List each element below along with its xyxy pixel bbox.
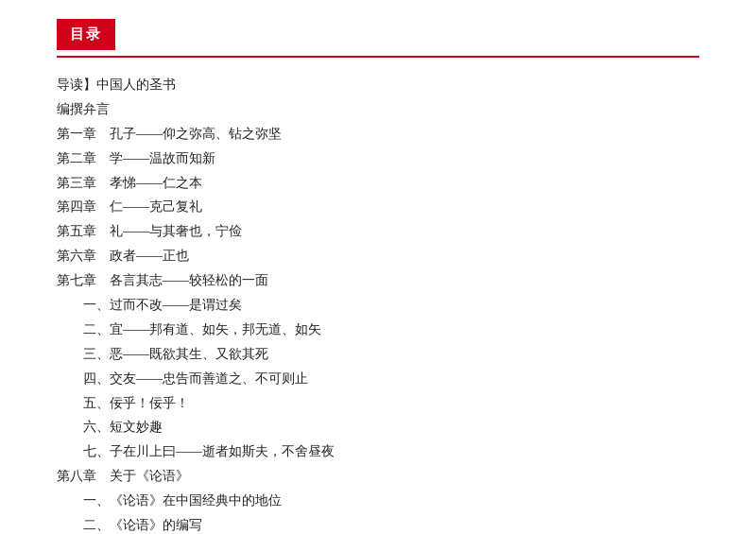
toc-header: 目录 xyxy=(57,19,699,58)
toc-item: 导读】中国人的圣书 xyxy=(57,73,699,97)
toc-item: 第七章 各言其志——较轻松的一面 xyxy=(57,268,699,293)
toc-item: 第六章 政者——正也 xyxy=(57,244,699,268)
toc-item: 五、佞乎！佞乎！ xyxy=(57,391,699,416)
toc-item: 七、子在川上曰——逝者如斯夫，不舍昼夜 xyxy=(57,439,699,464)
toc-title: 目录 xyxy=(57,19,115,50)
toc-item: 第八章 关于《论语》 xyxy=(57,464,699,489)
toc-item: 一、过而不改——是谓过矣 xyxy=(57,293,699,318)
toc-item: 第三章 孝悌——仁之本 xyxy=(57,171,699,196)
toc-item: 第二章 学——温故而知新 xyxy=(57,146,699,171)
toc-item: 第四章 仁——克己复礼 xyxy=(57,195,699,219)
toc-item: 二、宜——邦有道、如矢，邦无道、如矢 xyxy=(57,318,699,342)
page-container: 目录 导读】中国人的圣书编撰弁言第一章 孔子——仰之弥高、钻之弥坚第二章 学——… xyxy=(0,0,756,534)
toc-item: 四、交友——忠告而善道之、不可则止 xyxy=(57,367,699,391)
toc-item: 二、《论语》的编写 xyxy=(57,513,699,534)
toc-item: 三、恶——既欲其生、又欲其死 xyxy=(57,342,699,367)
toc-item: 一、《论语》在中国经典中的地位 xyxy=(57,489,699,513)
toc-list: 导读】中国人的圣书编撰弁言第一章 孔子——仰之弥高、钻之弥坚第二章 学——温故而… xyxy=(57,73,699,534)
toc-item: 编撰弁言 xyxy=(57,97,699,122)
toc-item: 第一章 孔子——仰之弥高、钻之弥坚 xyxy=(57,122,699,146)
toc-item: 第五章 礼——与其奢也，宁俭 xyxy=(57,219,699,244)
toc-item: 六、短文妙趣 xyxy=(57,415,699,439)
